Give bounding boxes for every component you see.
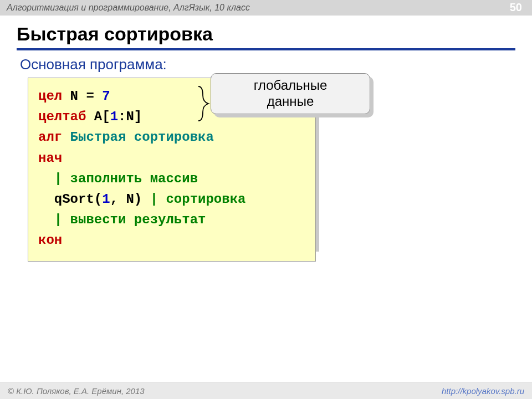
code-line-8: кон — [38, 230, 305, 250]
footer-copyright: © К.Ю. Поляков, Е.А. Ерёмин, 2013 — [8, 386, 145, 396]
code-line-6: qSort(1, N) | сортировка — [38, 189, 305, 209]
code-area: цел N = 7 целтаб A[1:N] алг Быстрая сорт… — [28, 78, 515, 262]
page-number: 50 — [510, 1, 522, 14]
course-title: Алгоритмизация и программирование, АлгЯз… — [7, 3, 250, 13]
header-bar: Алгоритмизация и программирование, АлгЯз… — [0, 0, 532, 16]
footer-url: http://kpolyakov.spb.ru — [442, 386, 524, 396]
brace-icon — [197, 85, 212, 122]
code-line-5: | заполнить массив — [38, 168, 305, 189]
subtitle: Основная программа: — [20, 56, 515, 73]
slide-content: Быстрая сортировка Основная программа: ц… — [0, 16, 532, 262]
callout-box: глобальные данные — [211, 73, 370, 114]
callout: глобальные данные — [211, 73, 370, 114]
callout-text: глобальные данные — [254, 78, 328, 110]
code-line-4: нач — [38, 148, 305, 168]
code-line-7: | вывести результат — [38, 209, 305, 230]
slide-title: Быстрая сортировка — [17, 21, 515, 50]
footer-bar: © К.Ю. Поляков, Е.А. Ерёмин, 2013 http:/… — [0, 382, 532, 399]
code-line-3: алг Быстрая сортировка — [38, 127, 305, 147]
